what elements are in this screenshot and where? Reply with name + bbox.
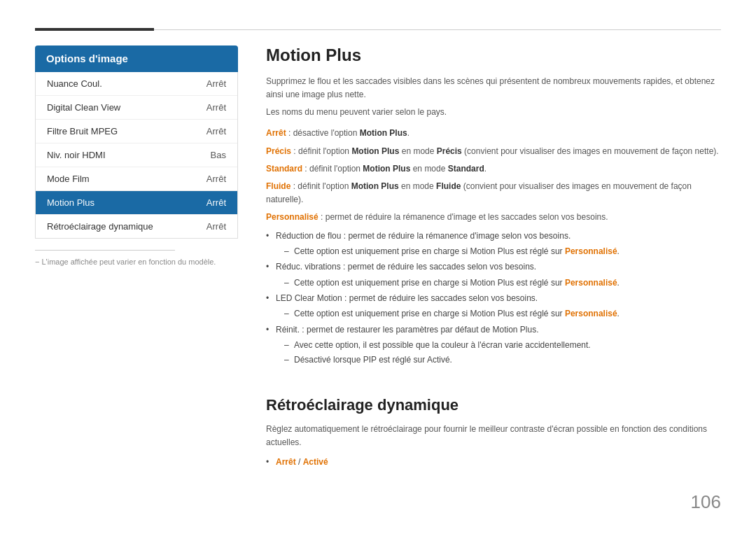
sidebar-item[interactable]: Digital Clean ViewArrêt (36, 96, 237, 120)
retroeclairage-active: Activé (303, 457, 328, 467)
retroeclairage-arret: Arrêt (276, 457, 296, 467)
top-bar-line (154, 29, 721, 30)
retroeclairage-bullets: Arrêt / Activé (266, 455, 721, 469)
label-arret: Arrêt (266, 128, 286, 138)
sub-reduc-vibrations: Cette option est uniquement prise en cha… (284, 276, 721, 290)
sidebar-menu: Nuance Coul.ArrêtDigital Clean ViewArrêt… (35, 72, 238, 239)
bullet-led-clear-motion: LED Clear Motion : permet de réduire les… (266, 291, 721, 321)
sidebar-item[interactable]: Motion PlusArrêt (36, 191, 237, 215)
sidebar-item-label: Nuance Coul. (47, 78, 102, 89)
sidebar-footnote: − L'image affichée peut varier en foncti… (35, 258, 238, 266)
sidebar-item-value: Arrêt (206, 126, 226, 136)
desc-precis: Précis : définit l'option Motion Plus en… (266, 145, 721, 158)
sidebar-item-label: Rétroéclairage dynamique (47, 221, 153, 232)
sub-item-4b: Désactivé lorsque PIP est réglé sur Acti… (284, 353, 721, 367)
bullet-reinit: Réinit. : permet de restaurer les paramè… (266, 323, 721, 367)
sidebar-item[interactable]: Mode FilmArrêt (36, 167, 237, 191)
motion-plus-intro: Supprimez le flou et les saccades visibl… (266, 75, 721, 101)
retroeclairage-bullet: Arrêt / Activé (266, 455, 721, 469)
sidebar-item[interactable]: Rétroéclairage dynamiqueArrêt (36, 215, 237, 238)
sidebar-title: Options d'image (46, 52, 128, 64)
sidebar-item-value: Arrêt (206, 78, 226, 89)
sidebar-header: Options d'image (35, 45, 238, 72)
desc-arret: Arrêt : désactive l'option Motion Plus. (266, 127, 721, 140)
sub-item-1: Cette option est uniquement prise en cha… (284, 244, 721, 258)
top-bar-accent (35, 28, 154, 31)
bullet-reduc-vibrations: Réduc. vibrations : permet de réduire le… (266, 260, 721, 290)
desc-personnalise: Personnalisé : permet de réduire la réma… (266, 211, 721, 224)
sub-led-clear-motion: Cette option est uniquement prise en cha… (284, 307, 721, 321)
sidebar-item-label: Mode Film (47, 174, 90, 184)
sub-item-2: Cette option est uniquement prise en cha… (284, 276, 721, 290)
sidebar: Options d'image Nuance Coul.ArrêtDigital… (35, 45, 238, 266)
retroeclairage-title: Rétroéclairage dynamique (266, 396, 721, 414)
label-fluide: Fluide (266, 181, 290, 191)
sidebar-divider (35, 250, 175, 251)
label-personnalise: Personnalisé (266, 212, 318, 222)
main-content: Motion Plus Supprimez le flou et les sac… (266, 45, 721, 471)
sidebar-item-value: Bas (211, 150, 226, 160)
top-bar (35, 28, 721, 31)
sidebar-item-value: Arrêt (206, 197, 226, 208)
sidebar-item-value: Arrêt (206, 174, 226, 184)
motion-plus-section: Motion Plus Supprimez le flou et les sac… (266, 45, 721, 367)
label-precis: Précis (266, 146, 291, 156)
page-number: 106 (691, 491, 721, 513)
label-standard: Standard (266, 164, 302, 174)
sidebar-item[interactable]: Filtre Bruit MPEGArrêt (36, 120, 237, 143)
retroeclairage-section: Rétroéclairage dynamique Règlez automati… (266, 396, 721, 470)
desc-fluide: Fluide : définit l'option Motion Plus en… (266, 180, 721, 206)
motion-plus-menu-note: Les noms du menu peuvent varier selon le… (266, 107, 721, 117)
sidebar-item-value: Arrêt (206, 102, 226, 113)
sub-item-3: Cette option est uniquement prise en cha… (284, 307, 721, 321)
sidebar-item[interactable]: Nuance Coul.Arrêt (36, 72, 237, 96)
sidebar-item-label: Motion Plus (47, 197, 94, 208)
sub-item-4a: Avec cette option, il est possible que l… (284, 338, 721, 352)
sidebar-item-label: Filtre Bruit MPEG (47, 126, 118, 136)
sub-reinit: Avec cette option, il est possible que l… (284, 338, 721, 367)
sub-reduction-flou: Cette option est uniquement prise en cha… (284, 244, 721, 258)
retroeclairage-desc: Règlez automatiquement le rétroéclairage… (266, 423, 721, 449)
sidebar-item-label: Niv. noir HDMI (47, 150, 106, 160)
sidebar-item-value: Arrêt (206, 221, 226, 232)
motion-plus-title: Motion Plus (266, 45, 721, 65)
sidebar-item[interactable]: Niv. noir HDMIBas (36, 143, 237, 167)
motion-plus-bullets: Réduction de flou : permet de réduire la… (266, 229, 721, 367)
desc-standard: Standard : définit l'option Motion Plus … (266, 162, 721, 176)
sidebar-item-label: Digital Clean View (47, 102, 120, 113)
bullet-reduction-flou: Réduction de flou : permet de réduire la… (266, 229, 721, 259)
